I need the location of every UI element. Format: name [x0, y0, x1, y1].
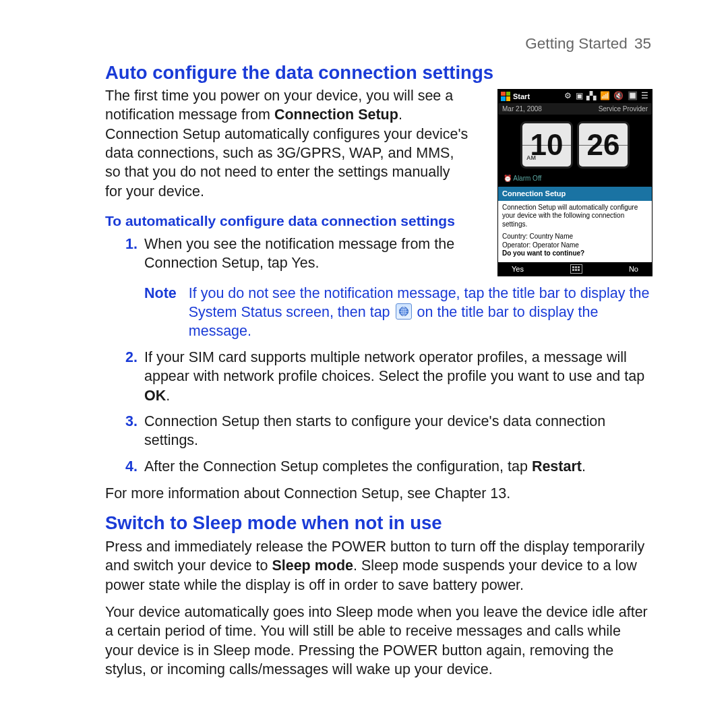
note-block: Note If you do not see the notification … — [105, 284, 653, 341]
device-subheader: Mar 21, 2008 Service Provider — [498, 103, 652, 115]
start-label: Start — [513, 92, 530, 102]
clock-hour: 10 AM — [520, 121, 573, 169]
keyboard-icon[interactable] — [570, 264, 582, 274]
alarm-status: ⏰ Alarm Off — [498, 173, 652, 187]
status-icons: ⚙ ▣ ▞▖📶 🔇 🔲 ☰ — [564, 91, 649, 102]
step-1: When you see the notification message fr… — [144, 235, 485, 273]
windows-flag-icon — [501, 92, 510, 101]
note-text: If you do not see the notification messa… — [189, 284, 653, 341]
clock-minute: 26 — [577, 121, 630, 169]
device-softkeys: Yes No — [498, 262, 652, 276]
closing-sentence: For more information about Connection Se… — [105, 484, 653, 503]
device-title-bar: Start ⚙ ▣ ▞▖📶 🔇 🔲 ☰ — [498, 90, 652, 103]
steps-list-cont: If your SIM card supports multiple netwo… — [105, 348, 653, 476]
device-provider: Service Provider — [599, 104, 648, 113]
softkey-no[interactable]: No — [629, 264, 638, 274]
globe-icon — [396, 303, 412, 320]
intro-paragraph: The first time you power on your device,… — [105, 86, 469, 201]
section-name: Getting Started — [525, 35, 627, 52]
conn-operator: Operator: Operator Name — [502, 241, 648, 250]
heading-auto-configure: Auto configure the data connection setti… — [105, 61, 653, 85]
device-date: Mar 21, 2008 — [502, 104, 542, 113]
device-screenshot: Start ⚙ ▣ ▞▖📶 🔇 🔲 ☰ Mar 21, 2008 Service… — [497, 89, 653, 276]
step-4: After the Connection Setup completes the… — [144, 457, 653, 476]
softkey-yes[interactable]: Yes — [512, 264, 524, 274]
heading-sleep-mode: Switch to Sleep mode when not in use — [105, 511, 653, 535]
connection-setup-title: Connection Setup — [498, 187, 652, 201]
sleep-p2: Your device automatically goes into Slee… — [105, 603, 653, 679]
manual-page: Getting Started 35 Auto configure the da… — [0, 0, 728, 728]
flip-clock: 10 AM 26 — [498, 115, 652, 173]
conn-country: Country: Country Name — [502, 233, 648, 241]
step-3: Connection Setup then starts to configur… — [144, 412, 653, 450]
steps-list-top: When you see the notification message fr… — [105, 235, 485, 273]
page-header: Getting Started 35 — [105, 34, 653, 54]
step-2: If your SIM card supports multiple netwo… — [144, 348, 653, 405]
subheading-auto-configure: To automatically configure data connecti… — [105, 212, 485, 231]
connection-setup-body: Connection Setup will automatically conf… — [498, 201, 652, 262]
sleep-p1: Press and immediately release the POWER … — [105, 537, 653, 595]
page-number: 35 — [634, 35, 651, 52]
conn-question: Do you want to continue? — [502, 249, 648, 258]
intro-text: The first time you power on your device,… — [105, 86, 485, 281]
note-label: Note — [144, 284, 177, 341]
conn-msg: Connection Setup will automatically conf… — [502, 204, 648, 229]
